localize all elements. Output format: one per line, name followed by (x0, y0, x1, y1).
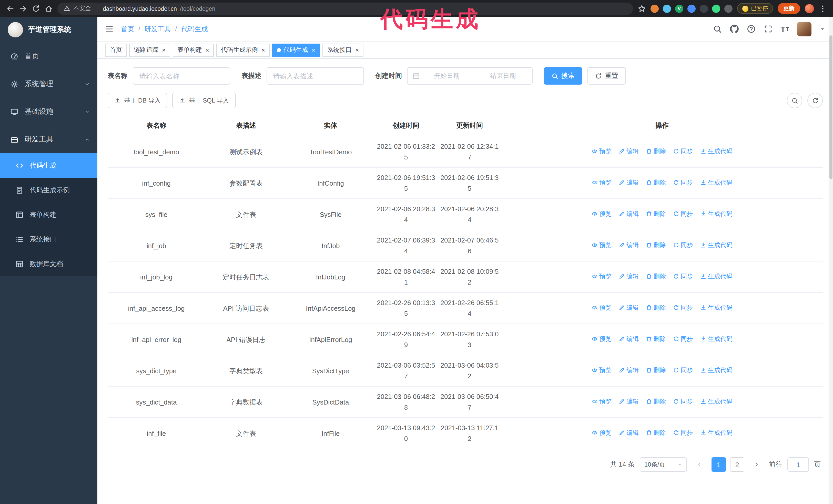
sidebar-item-home[interactable]: 首页 (0, 43, 97, 70)
import-db-button[interactable]: 基于 DB 导入 (108, 93, 167, 108)
action-sync[interactable]: 同步 (673, 396, 693, 407)
scrollbar-thumb[interactable] (829, 35, 832, 179)
action-edit[interactable]: 编辑 (619, 146, 639, 157)
action-delete[interactable]: 删除 (646, 209, 666, 219)
bookmark-star-icon[interactable] (638, 4, 646, 13)
help-icon[interactable] (747, 25, 755, 33)
action-preview[interactable]: 预览 (592, 428, 612, 438)
sidebar-item-devtools[interactable]: 研发工具 (0, 126, 97, 153)
action-delete[interactable]: 删除 (646, 428, 666, 438)
action-delete[interactable]: 删除 (646, 396, 666, 407)
action-edit[interactable]: 编辑 (619, 334, 639, 344)
action-sync[interactable]: 同步 (673, 334, 693, 344)
update-button[interactable]: 更新 (778, 3, 800, 14)
close-tab-icon[interactable]: × (355, 47, 359, 53)
github-icon[interactable] (730, 25, 738, 33)
tab-codegen[interactable]: 代码生成× (272, 43, 320, 57)
breadcrumb-item[interactable]: 首页 (121, 24, 134, 33)
sidebar-item-infra[interactable]: 基础设施 (0, 98, 97, 126)
close-tab-icon[interactable]: × (162, 47, 166, 53)
action-sync[interactable]: 同步 (673, 209, 693, 219)
forward-icon[interactable] (19, 4, 27, 13)
toggle-search-button[interactable] (787, 93, 802, 108)
action-edit[interactable]: 编辑 (619, 365, 639, 376)
people-extension-icon[interactable] (687, 4, 696, 13)
action-edit[interactable]: 编辑 (619, 177, 639, 188)
refresh-table-button[interactable] (807, 93, 823, 108)
browser-profile-avatar[interactable] (805, 4, 814, 13)
action-generate[interactable]: 生成代码 (700, 209, 733, 219)
sidebar-subitem-form-build[interactable]: 表单构建 (0, 202, 97, 227)
home-icon[interactable] (45, 4, 53, 13)
action-preview[interactable]: 预览 (592, 209, 612, 219)
leaf-extension-icon[interactable] (712, 4, 720, 13)
reset-button[interactable]: 重置 (588, 67, 626, 85)
action-edit[interactable]: 编辑 (619, 271, 639, 282)
prev-page-button[interactable] (692, 457, 706, 472)
tab-form-build[interactable]: 表单构建× (173, 43, 214, 57)
action-preview[interactable]: 预览 (592, 396, 612, 407)
action-edit[interactable]: 编辑 (619, 240, 639, 251)
action-delete[interactable]: 删除 (646, 177, 666, 188)
action-sync[interactable]: 同步 (673, 271, 693, 282)
close-tab-icon[interactable]: × (312, 47, 315, 53)
import-sql-button[interactable]: 基于 SQL 导入 (172, 93, 236, 108)
close-tab-icon[interactable]: × (261, 47, 265, 53)
action-edit[interactable]: 编辑 (619, 303, 639, 313)
table-desc-input[interactable] (266, 67, 364, 85)
search-button[interactable]: 搜索 (544, 67, 582, 85)
close-tab-icon[interactable]: × (206, 47, 209, 53)
tab-tracing[interactable]: 链路追踪× (129, 43, 170, 57)
pin-extension-icon[interactable] (700, 4, 708, 13)
avatar-caret-down-icon[interactable] (820, 26, 825, 32)
page-2-button[interactable]: 2 (730, 457, 744, 472)
reload-icon[interactable] (32, 4, 40, 13)
fox-extension-icon[interactable] (650, 4, 659, 13)
action-generate[interactable]: 生成代码 (700, 365, 733, 376)
drop-extension-icon[interactable] (663, 4, 671, 13)
action-generate[interactable]: 生成代码 (700, 396, 733, 407)
action-delete[interactable]: 删除 (646, 146, 666, 157)
paused-badge[interactable]: 已暂停 (737, 3, 773, 14)
action-preview[interactable]: 预览 (592, 365, 612, 376)
sidebar-item-system[interactable]: 系统管理 (0, 70, 97, 98)
sidebar-subitem-codegen-example[interactable]: 代码生成示例 (0, 178, 97, 202)
action-preview[interactable]: 预览 (592, 146, 612, 157)
action-generate[interactable]: 生成代码 (700, 240, 733, 251)
user-avatar[interactable] (797, 22, 811, 36)
hamburger-icon[interactable] (105, 25, 114, 33)
tab-codegen-example[interactable]: 代码生成示例× (216, 43, 270, 57)
action-generate[interactable]: 生成代码 (700, 271, 733, 282)
action-preview[interactable]: 预览 (592, 334, 612, 344)
action-generate[interactable]: 生成代码 (700, 334, 733, 344)
page-scrollbar[interactable] (829, 17, 833, 504)
page-size-select[interactable]: 10条/页 (640, 457, 687, 472)
v-extension-icon[interactable]: V (675, 4, 683, 13)
address-bar[interactable]: 不安全 dashboard.yudao.iocoder.cn/tool/code… (57, 2, 633, 15)
breadcrumb-item[interactable]: 研发工具 (144, 24, 171, 33)
action-preview[interactable]: 预览 (592, 240, 612, 251)
action-sync[interactable]: 同步 (673, 428, 693, 438)
action-delete[interactable]: 删除 (646, 365, 666, 376)
action-edit[interactable]: 编辑 (619, 396, 639, 407)
sidebar-subitem-codegen[interactable]: 代码生成 (0, 153, 97, 178)
puzzle-extension-icon[interactable] (724, 4, 733, 13)
action-edit[interactable]: 编辑 (619, 209, 639, 219)
date-range-picker[interactable]: 开始日期 - 结束日期 (407, 67, 532, 85)
action-generate[interactable]: 生成代码 (700, 303, 733, 313)
sidebar-subitem-system-api[interactable]: 系统接口 (0, 227, 97, 252)
breadcrumb-item[interactable]: 代码生成 (181, 24, 208, 33)
fullscreen-icon[interactable] (764, 25, 772, 33)
action-preview[interactable]: 预览 (592, 303, 612, 313)
action-preview[interactable]: 预览 (592, 271, 612, 282)
action-sync[interactable]: 同步 (673, 146, 693, 157)
logo[interactable]: 芋道管理系统 (0, 17, 97, 43)
action-delete[interactable]: 删除 (646, 303, 666, 313)
action-sync[interactable]: 同步 (673, 303, 693, 313)
tab-system-api[interactable]: 系统接口× (323, 43, 363, 57)
search-icon[interactable] (713, 25, 721, 33)
action-preview[interactable]: 预览 (592, 177, 612, 188)
next-page-button[interactable] (749, 457, 764, 472)
action-sync[interactable]: 同步 (673, 177, 693, 188)
action-generate[interactable]: 生成代码 (700, 428, 733, 438)
